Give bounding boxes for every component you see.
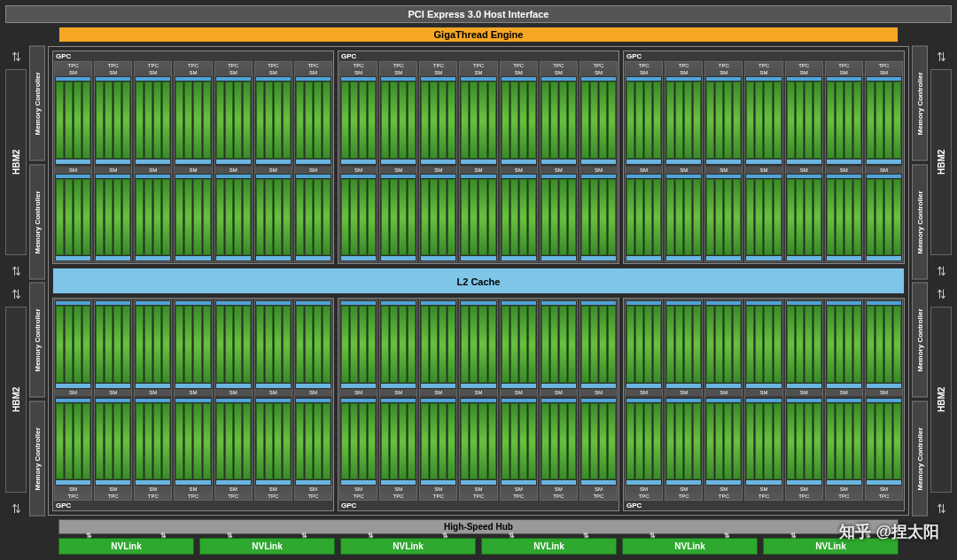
cuda-core-column (519, 306, 527, 383)
cuda-core-column (390, 403, 398, 480)
sm-dispatch-bar (787, 77, 821, 81)
sm-dispatch-bar (216, 77, 251, 81)
memory-controller: Memory Controller (912, 283, 928, 398)
cuda-core-column (715, 179, 723, 256)
cuda-core-column (733, 179, 741, 256)
cuda-core-column (528, 306, 536, 383)
cuda-core-column (805, 306, 813, 383)
sm-label: SM (380, 69, 416, 76)
cuda-core-column (787, 179, 795, 256)
sm-dispatch-bar (296, 301, 331, 305)
sm-dispatch-bar (461, 175, 495, 178)
sm-label: SM (135, 389, 171, 396)
cuda-core-column (256, 82, 264, 159)
tpc-label: TPC (786, 62, 822, 69)
cuda-core-column (875, 82, 883, 159)
sm-dispatch-bar (381, 399, 416, 402)
cuda-core-column (175, 179, 183, 256)
cuda-core-column (813, 403, 821, 480)
cuda-core-column (796, 306, 804, 383)
sm-dispatch-bar (626, 399, 661, 402)
cuda-core-column (243, 306, 251, 383)
tpc: TPCSMSM (744, 61, 782, 262)
cuda-core-column (283, 82, 291, 159)
sm-block (580, 300, 617, 389)
cuda-core-column (82, 179, 90, 256)
sm-cores (136, 306, 170, 383)
sm-dispatch-bar (56, 77, 90, 81)
sm-block (215, 174, 252, 262)
sm-dispatch-bar (341, 175, 376, 178)
cuda-core-column (893, 306, 901, 383)
cuda-core-column (715, 82, 723, 159)
sm-block (786, 398, 822, 486)
cuda-core-column (666, 306, 674, 383)
tpc-row: TPCSMSMTPCSMSMTPCSMSMTPCSMSMTPCSMSMTPCSM… (54, 61, 332, 262)
sm-label: SM (420, 486, 456, 493)
sm-dispatch-bar (787, 301, 821, 305)
cuda-core-column (635, 403, 643, 480)
sm-dispatch-bar (867, 77, 901, 81)
sm-cores (867, 179, 901, 256)
cuda-core-column (590, 82, 598, 159)
sm-shared-bar (175, 480, 210, 485)
cuda-core-column (470, 403, 478, 480)
sm-block (541, 300, 577, 389)
cuda-core-column (684, 82, 692, 159)
sm-shared-bar (581, 384, 616, 388)
sm-dispatch-bar (827, 399, 861, 402)
sm-shared-bar (581, 480, 616, 485)
cuda-core-column (82, 306, 90, 383)
sm-dispatch-bar (626, 301, 661, 305)
cuda-core-column (813, 306, 821, 383)
gpc-label: GPC (626, 52, 642, 60)
sm-shared-bar (827, 480, 861, 485)
sm-block (175, 398, 211, 486)
tpc-row: SMSMTPCSMSMTPCSMSMTPCSMSMTPCSMSMTPCSMSMT… (339, 299, 618, 501)
cuda-core-column (390, 82, 398, 159)
sm-block (380, 300, 416, 389)
cuda-core-column (693, 403, 701, 480)
sm-dispatch-bar (175, 301, 210, 305)
tpc-label: TPC (95, 62, 131, 69)
tpc: SMSMTPC (665, 299, 703, 501)
cuda-core-column (296, 403, 304, 480)
sm-block (135, 300, 171, 389)
cuda-core-column (559, 82, 567, 159)
sm-cores (706, 306, 741, 383)
sm-dispatch-bar (56, 175, 90, 178)
sm-label: SM (295, 486, 331, 493)
cuda-core-column (774, 82, 782, 159)
sm-dispatch-bar (56, 301, 90, 305)
sm-cores (341, 82, 376, 159)
tpc: TPCSMSM (704, 61, 743, 262)
cuda-core-column (243, 403, 251, 480)
pci-interface: PCI Express 3.0 Host Interface (5, 5, 952, 23)
sm-shared-bar (96, 159, 130, 164)
cuda-core-column (430, 82, 438, 159)
right-side: Memory ControllerMemory ControllerMemory… (912, 46, 952, 516)
sm-label: SM (295, 389, 331, 396)
sm-label: SM (340, 486, 377, 493)
cuda-core-column (381, 179, 389, 256)
cuda-core-column (430, 179, 438, 256)
cuda-core-column (381, 306, 389, 383)
cuda-core-column (216, 82, 224, 159)
high-speed-hub: High-Speed Hub (58, 519, 899, 534)
tpc-label: TPC (340, 62, 377, 69)
cuda-core-column (323, 82, 331, 159)
cuda-core-column (265, 403, 273, 480)
hbm2-block: HBM2 (930, 307, 952, 493)
tpc: SMSMTPC (704, 299, 743, 501)
sm-shared-bar (867, 256, 901, 261)
sm-shared-bar (256, 384, 291, 388)
tpc: SMSMTPC (625, 299, 663, 501)
cuda-core-column (813, 82, 821, 159)
tpc: TPCSMSM (254, 61, 292, 262)
sm-dispatch-bar (381, 301, 416, 305)
cuda-core-column (350, 82, 358, 159)
tpc-label: TPC (501, 62, 537, 69)
sm-shared-bar (746, 159, 781, 164)
sm-block (745, 398, 782, 486)
tpc: TPCSMSM (134, 61, 172, 262)
